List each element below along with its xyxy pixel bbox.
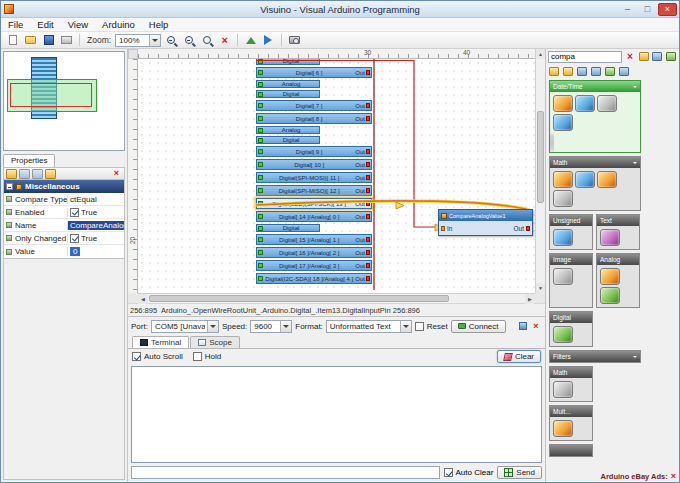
component-icon[interactable] [553, 326, 573, 343]
hold-checkbox-group[interactable]: Hold [193, 352, 221, 361]
pin-out-icon[interactable] [366, 263, 370, 268]
toolbox-tool-button-5[interactable] [604, 65, 616, 77]
serial-send-input[interactable] [131, 466, 440, 479]
collapse-all-icon[interactable] [45, 169, 56, 179]
component-in-pin[interactable]: In [441, 225, 452, 232]
component-icon[interactable] [553, 171, 573, 188]
upload-arduino-button[interactable] [242, 33, 259, 48]
clear-property-button[interactable]: × [111, 169, 122, 179]
toolbox-tool-button-6[interactable] [618, 65, 630, 77]
property-value-value[interactable]: 0 [68, 247, 124, 256]
pin-row[interactable]: Analog [256, 80, 320, 88]
save-project-button[interactable] [40, 33, 57, 48]
component-title-bar[interactable]: CompareAnalogValue1 [439, 210, 532, 221]
pin-out-icon[interactable] [366, 103, 370, 108]
toolbox-option-button-1[interactable] [638, 51, 650, 63]
format-dropdown-icon[interactable] [400, 321, 411, 332]
component-icon[interactable] [600, 268, 620, 285]
category-analog[interactable]: Analog [596, 253, 640, 308]
print-button[interactable] [58, 33, 75, 48]
component-icon[interactable] [597, 171, 617, 188]
maximize-button[interactable]: □ [638, 3, 657, 16]
zoom-dropdown-icon[interactable] [149, 35, 160, 46]
category-digital[interactable]: Digital [549, 311, 593, 347]
port-dropdown-icon[interactable] [207, 321, 218, 332]
pin-row[interactable]: Digital(SPI-MOSI)[ 11 ]Out [256, 172, 372, 183]
category-header[interactable]: Digital [550, 312, 592, 323]
tab-terminal[interactable]: Terminal [132, 336, 189, 348]
connect-button[interactable]: Connect [451, 320, 506, 333]
terminal-output-area[interactable] [131, 366, 542, 463]
pin-row[interactable]: Analog [256, 126, 320, 134]
menu-edit[interactable]: Edit [30, 18, 60, 31]
category-header[interactable]: Math [550, 367, 592, 378]
component-icon[interactable] [600, 287, 620, 304]
property-group-header[interactable]: Miscellaneous [4, 180, 124, 193]
expand-all-icon[interactable] [32, 169, 43, 179]
pin-row[interactable]: Digital [256, 224, 320, 232]
auto-scroll-checkbox[interactable] [132, 352, 141, 361]
menu-arduino[interactable]: Arduino [95, 18, 142, 31]
open-project-button[interactable] [22, 33, 39, 48]
screenshot-button[interactable] [286, 33, 303, 48]
pin-row[interactable]: Digital[ 10 ]Out [256, 159, 372, 170]
pin-out-icon[interactable] [366, 162, 370, 167]
component-icon[interactable] [553, 420, 573, 437]
component-icon[interactable] [553, 229, 573, 246]
zoom-out-button[interactable] [180, 33, 197, 48]
serial-detach-button[interactable] [517, 320, 529, 332]
zoom-in-button[interactable] [162, 33, 179, 48]
toolbox-tool-button-2[interactable] [562, 65, 574, 77]
design-canvas[interactable]: Digital Digital[ 6 ]Out Analog Digital D… [138, 59, 537, 293]
auto-clear-checkbox-group[interactable]: Auto Clear [444, 468, 494, 477]
component-out-pin[interactable]: Out [514, 225, 530, 232]
clear-search-button[interactable]: × [624, 51, 636, 63]
horizontal-scroll-thumb[interactable] [149, 295, 449, 302]
category-filters[interactable]: Filters [549, 350, 641, 363]
category-header[interactable] [550, 445, 592, 456]
canvas-horizontal-scrollbar[interactable]: ◀ ▶ [138, 293, 535, 303]
hold-checkbox[interactable] [193, 352, 202, 361]
category-partial[interactable] [549, 444, 593, 457]
vertical-scroll-thumb[interactable] [537, 111, 544, 203]
compare-analog-value-component[interactable]: CompareAnalogValue1 In Out [438, 209, 533, 236]
pin-row[interactable]: Digital[ 6 ]Out [256, 67, 372, 78]
toolbox-tool-button-4[interactable] [590, 65, 602, 77]
reset-checkbox-group[interactable]: Reset [415, 322, 448, 331]
category-header[interactable]: Image [550, 254, 592, 265]
category-header[interactable]: Unsigned [550, 215, 592, 226]
ads-close-icon[interactable]: × [671, 472, 676, 481]
scroll-up-icon[interactable]: ▲ [536, 49, 546, 59]
auto-clear-checkbox[interactable] [444, 468, 453, 477]
category-header[interactable]: Text [597, 215, 639, 226]
property-value-enabled[interactable]: True [68, 208, 124, 217]
component-icon[interactable] [597, 95, 617, 112]
pin-row[interactable]: Digital[ 7 ]Out [256, 100, 372, 111]
send-button[interactable]: Send [497, 466, 542, 479]
scroll-left-icon[interactable]: ◀ [138, 294, 148, 304]
category-datetime[interactable]: Date/Time [549, 80, 641, 153]
menu-file[interactable]: File [1, 18, 30, 31]
pin-out-icon[interactable] [366, 70, 370, 75]
pin-out-icon[interactable] [366, 237, 370, 242]
component-icon[interactable] [575, 95, 595, 112]
pin-out-icon[interactable] [366, 201, 370, 206]
pin-out-icon[interactable] [366, 149, 370, 154]
category-filters-mult[interactable]: Mult... [549, 405, 593, 441]
toolbox-option-button-2[interactable] [652, 51, 664, 63]
clear-button[interactable]: Clear [497, 350, 541, 363]
speed-dropdown-icon[interactable] [280, 321, 291, 332]
sort-alphabetical-icon[interactable] [19, 169, 30, 179]
pin-row[interactable]: Digital[ 9 ]Out [256, 146, 372, 157]
category-header[interactable]: Math [550, 157, 640, 168]
menu-help[interactable]: Help [142, 18, 176, 31]
close-button[interactable]: × [658, 3, 677, 16]
component-icon[interactable] [575, 171, 595, 188]
project-navigator[interactable] [3, 51, 125, 151]
pin-out-icon[interactable] [366, 214, 370, 219]
pin-row[interactable]: Digital[ 14 ]/Analog[ 0 ]Out [256, 211, 372, 222]
canvas-vertical-scrollbar[interactable]: ▲ ▼ [535, 49, 545, 293]
collapse-group-icon[interactable] [6, 183, 13, 190]
pin-row[interactable]: Digital [256, 90, 320, 98]
sort-categorized-icon[interactable] [6, 169, 17, 179]
